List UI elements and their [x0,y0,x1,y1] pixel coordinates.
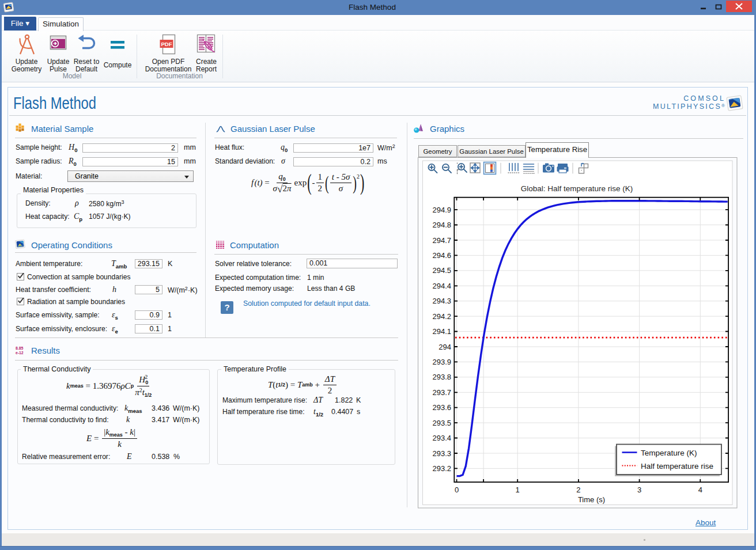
svg-text:293.3: 293.3 [432,449,451,458]
svg-text:294.6: 294.6 [432,251,451,260]
svg-text:Temperature (K): Temperature (K) [641,449,697,457]
svg-text:2: 2 [576,485,580,494]
svg-text:294.4: 294.4 [432,282,451,290]
svg-text:294.5: 294.5 [432,266,451,275]
svg-text:294.1: 294.1 [432,327,451,336]
svg-text:293.8: 293.8 [432,373,451,381]
svg-text:Global: Half temperature rise: Global: Half temperature rise (K) [521,184,633,193]
svg-text:294: 294 [439,343,451,351]
svg-text:0: 0 [455,485,459,494]
svg-text:294.3: 294.3 [432,297,451,305]
svg-text:293.9: 293.9 [432,358,451,366]
svg-text:293.2: 293.2 [432,464,451,473]
svg-text:294.8: 294.8 [432,221,451,229]
svg-text:1: 1 [516,485,520,494]
svg-text:PDF: PDF [161,41,172,47]
svg-text:294.7: 294.7 [432,236,451,245]
svg-text:293.7: 293.7 [432,388,451,397]
svg-text:294.9: 294.9 [432,206,451,214]
svg-text:294.2: 294.2 [432,312,451,321]
svg-text:293.5: 293.5 [432,419,451,427]
svg-text:Time (s): Time (s) [578,495,605,504]
svg-text:4: 4 [698,485,702,494]
svg-text:3: 3 [637,485,641,494]
svg-text:Half temperature rise: Half temperature rise [641,462,713,471]
svg-text:293.6: 293.6 [432,403,451,412]
svg-text:293.4: 293.4 [432,434,451,442]
